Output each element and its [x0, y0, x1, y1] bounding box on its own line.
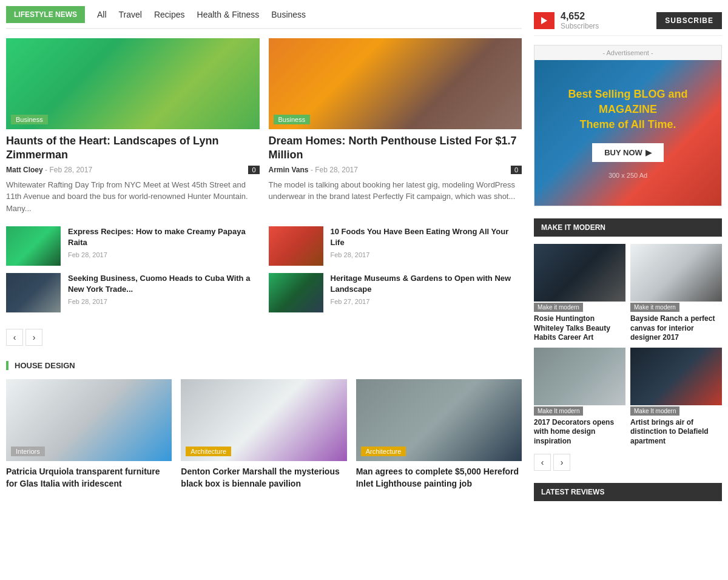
sidebar-pagination: ‹ › [534, 454, 722, 471]
hero-excerpt-2: The model is talking about booking her l… [269, 179, 522, 203]
sidebar-card-title-3[interactable]: 2017 Decorators opens with home design i… [534, 418, 625, 447]
sidebar-card-2: Make it modern Bayside Ranch a perfect c… [630, 244, 722, 343]
list-item: Heritage Museums & Gardens to Open with … [269, 273, 522, 312]
article-title-4[interactable]: Heritage Museums & Gardens to Open with … [331, 273, 522, 295]
next-page-btn[interactable]: › [25, 329, 42, 346]
house-design-articles: Interiors Patricia Urquiola transparent … [6, 379, 522, 490]
grid-title-3[interactable]: Man agrees to complete $5,000 Hereford I… [356, 466, 522, 490]
hero-articles: Business Haunts of the Heart: Landscapes… [6, 38, 522, 214]
article-thumb-garden [269, 273, 323, 312]
nav-travel[interactable]: Travel [119, 10, 142, 19]
list-item: 10 Foods You Have Been Eating Wrong All … [269, 226, 522, 266]
hero-category-2: Business [274, 115, 311, 124]
article-info-3: 10 Foods You Have Been Eating Wrong All … [331, 226, 522, 258]
hero-title-2[interactable]: Dream Homes: North Penthouse Listed For … [269, 134, 522, 163]
grid-article-2: Architecture Denton Corker Marshall the … [181, 379, 346, 490]
nav-all[interactable]: All [97, 10, 107, 19]
hero-meta-1: Matt Cloey - Feb 28, 2017 0 [6, 166, 260, 174]
article-date-3: Feb 28, 2017 [331, 251, 522, 258]
nav-business[interactable]: Business [271, 10, 306, 19]
article-title-1[interactable]: Express Recipes: How to make Creamy Papa… [68, 226, 260, 248]
sidebar-next-btn[interactable]: › [553, 454, 570, 471]
sidebar-badge-3: Make It modern [534, 406, 583, 416]
article-date-1: Feb 28, 2017 [68, 251, 260, 258]
grid-title-1[interactable]: Patricia Urquiola transparent furniture … [6, 466, 172, 490]
house-design-header: HOUSE DESIGN [6, 361, 522, 370]
grid-title-2[interactable]: Denton Corker Marshall the mysterious bl… [181, 466, 346, 490]
ad-blog: BLOG [634, 88, 666, 100]
article-title-3[interactable]: 10 Foods You Have Been Eating Wrong All … [331, 226, 522, 248]
ad-and: and [669, 88, 688, 100]
hero-title-1[interactable]: Haunts of the Heart: Landscapes of Lynn … [6, 134, 260, 163]
article-date-2: Feb 28, 2017 [68, 298, 260, 305]
buy-now-label: BUY NOW [604, 148, 642, 157]
grid-image-3: Architecture [356, 379, 522, 461]
ad-text: Best Selling BLOG and MAGAZINE Theme of … [547, 87, 709, 133]
article-title-2[interactable]: Seeking Business, Cuomo Heads to Cuba Wi… [68, 273, 260, 295]
prev-page-btn[interactable]: ‹ [6, 329, 23, 346]
hero-author-2: Armin Vans [269, 166, 309, 174]
ad-line2: Theme of All Time. [579, 118, 676, 130]
sidebar-card-image-3 [534, 348, 625, 405]
ad-label: - Advertisement - [534, 46, 721, 60]
article-thumb-herbs [6, 226, 61, 266]
nav-recipes[interactable]: Recipes [154, 10, 185, 19]
hero-excerpt-1: Whitewater Rafting Day Trip from NYC Mee… [6, 179, 260, 215]
hero-date-1: Feb 28, 2017 [49, 166, 92, 174]
subscribers-count: 4,652 [561, 11, 599, 22]
grid-badge-2: Architecture [186, 447, 231, 456]
list-item: Express Recipes: How to make Creamy Papa… [6, 226, 260, 266]
article-date-4: Feb 27, 2017 [331, 298, 522, 305]
sidebar-badge-1: Make it modern [534, 303, 583, 312]
sidebar-card-image-2 [630, 244, 722, 302]
grid-article-3: Architecture Man agrees to complete $5,0… [356, 379, 522, 490]
grid-image-2: Architecture [181, 379, 346, 461]
ad-size-label: 300 x 250 Ad [608, 172, 647, 179]
sidebar-card-4: Make It modern Artist brings air of dist… [630, 348, 722, 447]
advertisement-box: - Advertisement - Best Selling BLOG and … [534, 45, 722, 206]
article-thumb-people [6, 273, 61, 312]
sidebar-card-image-4 [630, 348, 722, 405]
grid-badge-3: Architecture [361, 447, 406, 456]
nav-links: All Travel Recipes Health & Fitness Busi… [97, 10, 306, 19]
subscribe-button[interactable]: SUBSCRIBE [656, 12, 722, 29]
buy-now-button[interactable]: BUY NOW ▶ [592, 143, 664, 162]
grid-image-1: Interiors [6, 379, 172, 461]
make-it-modern-grid: Make it modern Rosie Huntington Whiteley… [534, 244, 722, 447]
hero-author-1: Matt Cloey [6, 166, 43, 174]
article-info-4: Heritage Museums & Gardens to Open with … [331, 273, 522, 305]
subscribers-label: Subscribers [561, 22, 599, 30]
youtube-info: 4,652 Subscribers [561, 11, 599, 30]
make-it-modern-header: MAKE IT MODERN [534, 218, 722, 237]
hero-article-2: Business Dream Homes: North Penthouse Li… [269, 38, 522, 214]
grid-article-1: Interiors Patricia Urquiola transparent … [6, 379, 172, 490]
article-thumb-food [269, 226, 323, 266]
sidebar-card-title-2[interactable]: Bayside Ranch a perfect canvas for inter… [630, 314, 722, 343]
sidebar-card-1: Make it modern Rosie Huntington Whiteley… [534, 244, 625, 343]
section-label: LIFESTYLE NEWS [6, 6, 85, 23]
sidebar-badge-4: Make It modern [630, 406, 679, 416]
latest-reviews-header: LATEST REVIEWS [534, 483, 722, 501]
article-info-1: Express Recipes: How to make Creamy Papa… [68, 226, 260, 258]
play-icon [541, 17, 547, 24]
nav-health-fitness[interactable]: Health & Fitness [197, 10, 260, 19]
sidebar-card-title-4[interactable]: Artist brings air of distinction to Dela… [630, 418, 722, 447]
hero-article-1: Business Haunts of the Heart: Landscapes… [6, 38, 260, 214]
sidebar-card-3: Make It modern 2017 Decorators opens wit… [534, 348, 625, 447]
ad-best-selling: Best Selling [568, 88, 630, 100]
sidebar-badge-2: Make it modern [630, 303, 679, 312]
youtube-button[interactable] [534, 12, 554, 29]
sidebar-card-title-1[interactable]: Rosie Huntington Whiteley Talks Beauty H… [534, 314, 625, 343]
arrow-right-icon: ▶ [645, 148, 652, 157]
house-design-title: HOUSE DESIGN [15, 361, 75, 370]
list-item: Seeking Business, Cuomo Heads to Cuba Wi… [6, 273, 260, 312]
hero-comments-2: 0 [511, 166, 522, 174]
grid-badge-1: Interiors [11, 447, 45, 456]
small-articles-right: 10 Foods You Have Been Eating Wrong All … [269, 226, 522, 322]
sidebar-prev-btn[interactable]: ‹ [534, 454, 551, 471]
sidebar: 4,652 Subscribers SUBSCRIBE - Advertisem… [534, 6, 722, 507]
hero-meta-2: Armin Vans - Feb 28, 2017 0 [269, 166, 522, 174]
hero-category-1: Business [11, 115, 48, 124]
lifestyle-pagination: ‹ › [6, 329, 522, 346]
small-articles-left: Express Recipes: How to make Creamy Papa… [6, 226, 260, 322]
